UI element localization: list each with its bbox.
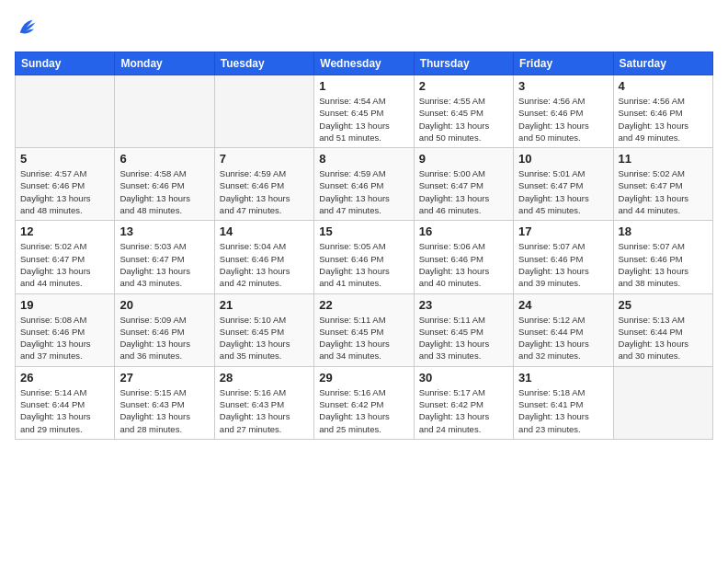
day-info: Sunrise: 5:08 AM Sunset: 6:46 PM Dayligh… (20, 314, 109, 362)
day-info: Sunrise: 4:57 AM Sunset: 6:46 PM Dayligh… (20, 167, 109, 216)
calendar-week-row: 12Sunrise: 5:02 AM Sunset: 6:47 PM Dayli… (16, 221, 713, 293)
calendar-day-cell: 1Sunrise: 4:54 AM Sunset: 6:45 PM Daylig… (314, 75, 414, 148)
day-info: Sunrise: 5:13 AM Sunset: 6:44 PM Dayligh… (619, 314, 708, 362)
calendar-day-cell: 8Sunrise: 4:59 AM Sunset: 6:46 PM Daylig… (314, 148, 414, 221)
calendar-day-cell (214, 75, 313, 148)
day-number: 27 (119, 371, 209, 385)
day-number: 22 (319, 298, 408, 312)
day-number: 3 (518, 79, 608, 93)
calendar-day-header: Thursday (414, 52, 513, 75)
day-number: 5 (20, 152, 109, 166)
calendar-day-cell: 27Sunrise: 5:15 AM Sunset: 6:43 PM Dayli… (115, 366, 214, 439)
day-info: Sunrise: 5:14 AM Sunset: 6:44 PM Dayligh… (20, 386, 109, 435)
day-number: 7 (220, 152, 309, 166)
calendar-day-cell: 28Sunrise: 5:16 AM Sunset: 6:43 PM Dayli… (214, 366, 313, 439)
day-number: 1 (319, 79, 408, 93)
day-info: Sunrise: 4:58 AM Sunset: 6:46 PM Dayligh… (119, 167, 209, 216)
day-number: 2 (419, 79, 508, 93)
calendar-day-cell: 2Sunrise: 4:55 AM Sunset: 6:45 PM Daylig… (414, 75, 513, 148)
calendar-day-cell: 24Sunrise: 5:12 AM Sunset: 6:44 PM Dayli… (514, 293, 613, 366)
day-number: 9 (419, 152, 508, 166)
calendar-day-cell: 4Sunrise: 4:56 AM Sunset: 6:46 PM Daylig… (613, 75, 712, 148)
day-info: Sunrise: 5:16 AM Sunset: 6:42 PM Dayligh… (319, 386, 408, 435)
day-number: 29 (319, 371, 408, 385)
calendar-day-cell: 13Sunrise: 5:03 AM Sunset: 6:47 PM Dayli… (115, 221, 214, 293)
day-number: 30 (419, 371, 508, 385)
calendar-day-header: Sunday (16, 52, 115, 75)
calendar-day-cell: 31Sunrise: 5:18 AM Sunset: 6:41 PM Dayli… (514, 366, 613, 439)
day-number: 21 (220, 298, 309, 312)
calendar-day-cell: 12Sunrise: 5:02 AM Sunset: 6:47 PM Dayli… (16, 221, 115, 293)
day-info: Sunrise: 5:02 AM Sunset: 6:47 PM Dayligh… (619, 167, 708, 216)
calendar-week-row: 19Sunrise: 5:08 AM Sunset: 6:46 PM Dayli… (16, 293, 713, 366)
day-info: Sunrise: 5:15 AM Sunset: 6:43 PM Dayligh… (119, 386, 209, 435)
calendar-week-row: 5Sunrise: 4:57 AM Sunset: 6:46 PM Daylig… (16, 148, 713, 221)
calendar-day-cell: 26Sunrise: 5:14 AM Sunset: 6:44 PM Dayli… (16, 366, 115, 439)
day-info: Sunrise: 5:06 AM Sunset: 6:46 PM Dayligh… (419, 240, 508, 289)
day-number: 12 (20, 224, 109, 238)
day-info: Sunrise: 5:11 AM Sunset: 6:45 PM Dayligh… (319, 314, 408, 362)
calendar-day-header: Friday (514, 52, 613, 75)
calendar-day-cell: 22Sunrise: 5:11 AM Sunset: 6:45 PM Dayli… (314, 293, 414, 366)
day-info: Sunrise: 4:59 AM Sunset: 6:46 PM Dayligh… (220, 167, 309, 216)
day-info: Sunrise: 5:04 AM Sunset: 6:46 PM Dayligh… (220, 240, 309, 289)
calendar-week-row: 26Sunrise: 5:14 AM Sunset: 6:44 PM Dayli… (16, 366, 713, 439)
day-info: Sunrise: 5:11 AM Sunset: 6:45 PM Dayligh… (419, 314, 508, 362)
calendar-header-row: SundayMondayTuesdayWednesdayThursdayFrid… (16, 52, 713, 75)
calendar-day-cell: 20Sunrise: 5:09 AM Sunset: 6:46 PM Dayli… (115, 293, 214, 366)
day-info: Sunrise: 4:54 AM Sunset: 6:45 PM Dayligh… (319, 95, 408, 144)
calendar-day-cell: 9Sunrise: 5:00 AM Sunset: 6:47 PM Daylig… (414, 148, 513, 221)
day-info: Sunrise: 4:56 AM Sunset: 6:46 PM Dayligh… (518, 95, 608, 144)
day-number: 19 (20, 298, 109, 312)
day-number: 13 (119, 224, 209, 238)
calendar-day-cell: 3Sunrise: 4:56 AM Sunset: 6:46 PM Daylig… (514, 75, 613, 148)
calendar-day-header: Saturday (613, 52, 712, 75)
calendar-day-cell (115, 75, 214, 148)
calendar-day-header: Monday (115, 52, 214, 75)
day-info: Sunrise: 5:17 AM Sunset: 6:42 PM Dayligh… (419, 386, 508, 435)
calendar-day-cell: 17Sunrise: 5:07 AM Sunset: 6:46 PM Dayli… (514, 221, 613, 293)
day-number: 28 (220, 371, 309, 385)
day-number: 4 (619, 79, 708, 93)
day-number: 23 (419, 298, 508, 312)
day-number: 15 (319, 224, 408, 238)
calendar-day-cell: 10Sunrise: 5:01 AM Sunset: 6:47 PM Dayli… (514, 148, 613, 221)
day-info: Sunrise: 5:07 AM Sunset: 6:46 PM Dayligh… (619, 240, 708, 289)
calendar-day-cell: 29Sunrise: 5:16 AM Sunset: 6:42 PM Dayli… (314, 366, 414, 439)
calendar-day-cell (613, 366, 712, 439)
day-info: Sunrise: 5:16 AM Sunset: 6:43 PM Dayligh… (220, 386, 309, 435)
day-info: Sunrise: 4:55 AM Sunset: 6:45 PM Dayligh… (419, 95, 508, 144)
day-info: Sunrise: 5:01 AM Sunset: 6:47 PM Dayligh… (518, 167, 608, 216)
calendar-day-cell: 23Sunrise: 5:11 AM Sunset: 6:45 PM Dayli… (414, 293, 513, 366)
calendar-day-cell: 6Sunrise: 4:58 AM Sunset: 6:46 PM Daylig… (115, 148, 214, 221)
day-number: 25 (619, 298, 708, 312)
day-number: 16 (419, 224, 508, 238)
day-info: Sunrise: 4:56 AM Sunset: 6:46 PM Dayligh… (619, 95, 708, 144)
day-number: 11 (619, 152, 708, 166)
calendar-day-cell: 14Sunrise: 5:04 AM Sunset: 6:46 PM Dayli… (214, 221, 313, 293)
day-number: 18 (619, 224, 708, 238)
day-info: Sunrise: 5:03 AM Sunset: 6:47 PM Dayligh… (119, 240, 209, 289)
day-number: 14 (220, 224, 309, 238)
day-number: 24 (518, 298, 608, 312)
calendar-week-row: 1Sunrise: 4:54 AM Sunset: 6:45 PM Daylig… (16, 75, 713, 148)
day-info: Sunrise: 5:18 AM Sunset: 6:41 PM Dayligh… (518, 386, 608, 435)
calendar-day-cell: 7Sunrise: 4:59 AM Sunset: 6:46 PM Daylig… (214, 148, 313, 221)
calendar-day-header: Tuesday (214, 52, 313, 75)
calendar-day-cell: 5Sunrise: 4:57 AM Sunset: 6:46 PM Daylig… (16, 148, 115, 221)
day-number: 8 (319, 152, 408, 166)
calendar-day-header: Wednesday (314, 52, 414, 75)
day-number: 26 (20, 371, 109, 385)
calendar-day-cell: 18Sunrise: 5:07 AM Sunset: 6:46 PM Dayli… (613, 221, 712, 293)
logo (15, 15, 44, 40)
calendar-day-cell: 19Sunrise: 5:08 AM Sunset: 6:46 PM Dayli… (16, 293, 115, 366)
day-info: Sunrise: 5:07 AM Sunset: 6:46 PM Dayligh… (518, 240, 608, 289)
day-number: 6 (119, 152, 209, 166)
page-header (15, 15, 713, 40)
day-number: 10 (518, 152, 608, 166)
day-info: Sunrise: 5:10 AM Sunset: 6:45 PM Dayligh… (220, 314, 309, 362)
day-info: Sunrise: 5:12 AM Sunset: 6:44 PM Dayligh… (518, 314, 608, 362)
logo-bird-icon (15, 15, 40, 40)
calendar-day-cell: 15Sunrise: 5:05 AM Sunset: 6:46 PM Dayli… (314, 221, 414, 293)
calendar-day-cell: 25Sunrise: 5:13 AM Sunset: 6:44 PM Dayli… (613, 293, 712, 366)
